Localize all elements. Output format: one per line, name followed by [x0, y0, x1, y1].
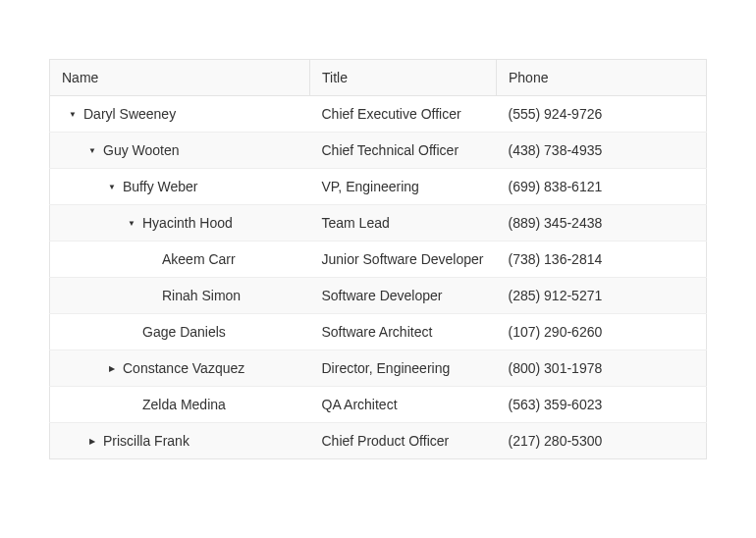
collapse-icon[interactable]: ▼: [127, 218, 136, 228]
column-header-name[interactable]: Name: [50, 60, 310, 96]
table-row[interactable]: ▼Buffy WeberVP, Engineering(699) 838-612…: [50, 169, 707, 205]
table-row[interactable]: ▼Hyacinth HoodTeam Lead(889) 345-2438: [50, 205, 707, 242]
expand-icon[interactable]: ▶: [107, 363, 117, 373]
name-cell: ▶Constance Vazquez: [50, 350, 310, 387]
employee-name: Buffy Weber: [123, 179, 198, 194]
name-cell: ▼Guy Wooten: [50, 133, 310, 169]
phone-cell: (800) 301-1978: [497, 350, 707, 387]
table-row[interactable]: Rinah SimonSoftware Developer(285) 912-5…: [50, 278, 707, 314]
name-cell: Rinah Simon: [50, 278, 310, 314]
employee-name: Zelda Medina: [142, 397, 226, 412]
phone-cell: (699) 838-6121: [497, 169, 707, 205]
phone-cell: (107) 290-6260: [497, 314, 707, 350]
table-row[interactable]: Gage DanielsSoftware Architect(107) 290-…: [50, 314, 707, 350]
toggle-spacer: [127, 400, 136, 409]
title-cell: Junior Software Developer: [310, 242, 497, 278]
title-cell: Director, Engineering: [310, 350, 497, 387]
collapse-icon[interactable]: ▼: [68, 109, 78, 119]
phone-cell: (217) 280-5300: [497, 423, 707, 459]
toggle-spacer: [146, 291, 156, 300]
title-cell: Chief Executive Officer: [310, 96, 497, 133]
employee-name: Constance Vazquez: [123, 360, 244, 376]
tree-indent: [62, 187, 101, 188]
title-cell: QA Architect: [310, 387, 497, 423]
expand-icon[interactable]: ▶: [87, 436, 97, 446]
table-row[interactable]: Akeem CarrJunior Software Developer(738)…: [50, 242, 707, 278]
name-cell: Gage Daniels: [50, 314, 310, 350]
tree-indent: [62, 259, 140, 260]
phone-cell: (738) 136-2814: [497, 242, 707, 278]
phone-cell: (563) 359-6023: [497, 387, 707, 423]
employee-name: Rinah Simon: [162, 288, 241, 303]
tree-indent: [62, 404, 121, 405]
collapse-icon[interactable]: ▼: [107, 182, 117, 191]
tree-indent: [62, 368, 101, 369]
table-row[interactable]: Zelda MedinaQA Architect(563) 359-6023: [50, 387, 707, 423]
table-row[interactable]: ▶Constance VazquezDirector, Engineering(…: [50, 350, 707, 387]
phone-cell: (889) 345-2438: [497, 205, 707, 242]
title-cell: Chief Product Officer: [310, 423, 497, 459]
name-cell: ▼Buffy Weber: [50, 169, 310, 205]
tree-indent: [62, 332, 121, 333]
name-cell: Akeem Carr: [50, 242, 310, 278]
name-cell: ▼Hyacinth Hood: [50, 205, 310, 242]
table-row[interactable]: ▼Daryl SweeneyChief Executive Officer(55…: [50, 96, 707, 133]
table-row[interactable]: ▼Guy WootenChief Technical Officer(438) …: [50, 133, 707, 169]
title-cell: VP, Engineering: [310, 169, 497, 205]
tree-indent: [62, 223, 121, 224]
tree-indent: [62, 150, 81, 151]
toggle-spacer: [127, 327, 136, 337]
employee-name: Guy Wooten: [103, 142, 180, 158]
title-cell: Team Lead: [310, 205, 497, 242]
employee-name: Akeem Carr: [162, 251, 236, 267]
employee-name: Gage Daniels: [142, 324, 226, 340]
tree-indent: [62, 296, 140, 296]
phone-cell: (285) 912-5271: [497, 278, 707, 314]
header-row: Name Title Phone: [50, 60, 707, 96]
employee-name: Hyacinth Hood: [142, 215, 233, 231]
employee-treelist: Name Title Phone ▼Daryl SweeneyChief Exe…: [49, 59, 707, 459]
table-row[interactable]: ▶Priscilla FrankChief Product Officer(21…: [50, 423, 707, 459]
name-cell: ▼Daryl Sweeney: [50, 96, 310, 133]
employee-name: Daryl Sweeney: [83, 106, 176, 122]
phone-cell: (438) 738-4935: [497, 133, 707, 169]
name-cell: Zelda Medina: [50, 387, 310, 423]
column-header-phone[interactable]: Phone: [497, 60, 707, 96]
collapse-icon[interactable]: ▼: [87, 145, 97, 155]
title-cell: Software Developer: [310, 278, 497, 314]
title-cell: Software Architect: [310, 314, 497, 350]
title-cell: Chief Technical Officer: [310, 133, 497, 169]
tree-indent: [62, 441, 81, 442]
column-header-title[interactable]: Title: [310, 60, 497, 96]
phone-cell: (555) 924-9726: [497, 96, 707, 133]
employee-name: Priscilla Frank: [103, 433, 189, 449]
name-cell: ▶Priscilla Frank: [50, 423, 310, 459]
toggle-spacer: [146, 254, 156, 264]
